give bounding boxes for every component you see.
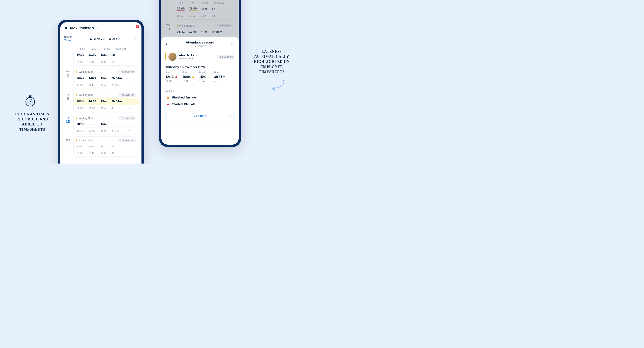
venue-badge: The Swan Inn — [118, 70, 136, 74]
attendance-sheet: Attendance record Not Approved Alex Jack… — [162, 37, 239, 145]
role-color-bar — [166, 53, 166, 60]
more-button[interactable] — [231, 44, 235, 45]
scheduled-times: 08:3012:0015m3h 30m — [74, 82, 139, 89]
scheduled-times: 12:0016:0015m4h — [74, 105, 139, 112]
shift-card[interactable]: Waiting StaffThe Swan Inn--:----:------1… — [74, 136, 139, 157]
header: Alex Jackson 5 — [60, 22, 142, 33]
day-row: Fri10Waiting StaffThe Swan Inn08:30--:--… — [60, 114, 142, 136]
activity-label: Activity — [162, 88, 239, 94]
employee-name: Alex Jackson — [179, 54, 198, 57]
callout-right: Lateness automatically highlighted on em… — [250, 49, 294, 75]
venue-badge: The Swan Inn — [118, 93, 136, 97]
actual-times: --:----:------ — [74, 144, 139, 150]
svg-point-5 — [26, 97, 26, 98]
venue-badge: The Swan Inn — [118, 139, 136, 142]
day-label[interactable]: Thu9 — [62, 91, 74, 112]
phone-timesheet: Alex Jackson 5 Back to Today 2 Nov 23 - … — [58, 20, 144, 164]
svg-rect-8 — [90, 39, 92, 40]
chevron-down-icon — [96, 27, 98, 30]
sheet-title: Attendance record — [170, 41, 230, 44]
activity-item: Started 13m late — [162, 101, 239, 107]
scheduled-times: 16:0021:0015m4h — [74, 150, 139, 156]
scheduled-times: 12:00 16:00 15m 4h — [162, 79, 239, 86]
actual-times: 12:1316:0415m3h 51m — [74, 98, 139, 105]
shift-card[interactable]: Waiting StaffThe Swan Inn08:3212:0615m3h… — [74, 68, 139, 89]
svg-rect-3 — [29, 95, 31, 97]
role-label: Waiting Staff — [76, 139, 94, 142]
warning-red-icon — [167, 103, 170, 105]
chevron-right-icon — [229, 114, 231, 117]
day-label[interactable]: Sat11 — [62, 136, 74, 157]
day-label[interactable]: Fri10 — [62, 114, 74, 134]
day-row: Wed8Waiting StaffThe Swan Inn08:3212:061… — [60, 68, 142, 91]
chevron-down-icon[interactable] — [128, 61, 130, 63]
venue-badge: The Swan Inn — [118, 116, 136, 120]
chevron-down-icon[interactable] — [228, 80, 231, 82]
warning-red-icon — [175, 76, 178, 78]
venue-badge: The Swan Inn — [217, 55, 235, 59]
shift-date: Thursday 9 November 2023 — [162, 63, 239, 70]
notification-badge: 5 — [136, 25, 139, 28]
activity-item: Finished 4m late — [162, 94, 239, 101]
actual-times: 16:0021:0015m5h — [74, 52, 139, 59]
column-headers: Start End Break Hours paid — [60, 45, 142, 52]
lock-icon — [90, 38, 92, 40]
svg-point-6 — [34, 98, 35, 99]
chevron-down-icon[interactable] — [128, 130, 130, 132]
shift-card[interactable]: Waiting StaffThe Swan Inn08:30--:--15m--… — [74, 114, 139, 134]
actual-times: 08:3212:0615m3h 34m — [74, 75, 139, 82]
back-button[interactable] — [166, 43, 168, 46]
employee-row: Alex Jackson Waiting Staff The Swan Inn — [162, 50, 239, 63]
detail-headers: Start End Break Hours — [162, 70, 239, 75]
date-range-picker[interactable]: 2 Nov 23 - 3 Dec 23 — [76, 37, 135, 41]
role-label: Waiting Staff — [76, 117, 94, 120]
day-row: Sat11Waiting StaffThe Swan Inn--:----:--… — [60, 136, 142, 159]
chevron-down-icon[interactable] — [128, 84, 130, 86]
warning-orange-icon — [192, 76, 194, 78]
employee-selector[interactable]: Alex Jackson — [64, 26, 98, 30]
employee-role: Waiting Staff — [179, 57, 198, 60]
phone-attendance-detail: Start End Break Hours paid 16:0021:0015m… — [159, 0, 241, 147]
chevron-down-icon[interactable] — [135, 38, 138, 40]
day-row: 16:0021:0015m5h16:0021:0015m5h — [60, 52, 142, 68]
edit-shift-button[interactable]: Edit shift — [166, 111, 235, 120]
back-to-today-link[interactable]: Back to Today — [64, 36, 76, 42]
day-label[interactable] — [62, 52, 74, 66]
shift-card[interactable]: 16:0021:0015m5h16:0021:0015m5h — [74, 52, 139, 66]
menu-button[interactable]: 5 — [133, 27, 138, 30]
warning-orange-icon — [167, 96, 170, 99]
arrow-icon — [268, 80, 286, 92]
actual-times: 08:30--:--15m-- — [74, 121, 139, 127]
date-range-bar: Back to Today 2 Nov 23 - 3 Dec 23 — [60, 33, 142, 45]
avatar — [168, 53, 176, 61]
employee-name: Alex Jackson — [70, 26, 94, 30]
chevron-down-icon[interactable] — [128, 152, 130, 154]
scheduled-times: 16:0021:0015m5h — [74, 59, 139, 66]
role-label: Waiting Staff — [76, 70, 94, 73]
actual-times: 12:13 16:04 15m 3h 51m — [162, 75, 239, 79]
shift-card[interactable]: Waiting StaffThe Swan Inn12:1316:0415m3h… — [74, 91, 139, 112]
svg-point-7 — [66, 27, 66, 28]
callout-left: Clock-in times recorded and added to tim… — [10, 112, 54, 132]
person-icon — [64, 26, 68, 30]
approval-status: Not Approved — [170, 45, 230, 48]
day-label[interactable]: Wed8 — [62, 68, 74, 89]
scheduled-times: 08:3012:0015m3h 30m — [74, 127, 139, 134]
day-row: Thu9Waiting StaffThe Swan Inn12:1316:041… — [60, 91, 142, 114]
chevron-down-icon[interactable] — [128, 107, 130, 110]
role-label: Waiting Staff — [76, 94, 94, 97]
stopwatch-icon — [23, 94, 37, 108]
